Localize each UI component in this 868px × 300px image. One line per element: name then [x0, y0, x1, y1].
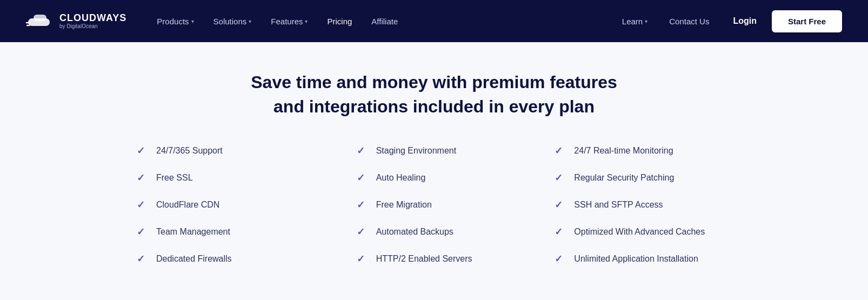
list-item: ✓ SSH and SFTP Access [555, 199, 731, 211]
list-item: ✓ Free SSL [137, 172, 313, 184]
logo-link[interactable]: CLOUDWAYS by DigitalOcean [26, 11, 126, 31]
brand-name: CLOUDWAYS [59, 13, 126, 24]
chevron-down-icon: ▾ [249, 18, 251, 24]
list-item: ✓ Team Management [137, 226, 313, 238]
list-item: ✓ Unlimited Application Installation [555, 253, 731, 265]
features-col-1: ✓ 24/7/365 Support ✓ Free SSL ✓ CloudFla… [137, 145, 335, 265]
checkmark-icon: ✓ [137, 199, 149, 211]
list-item: ✓ 24/7 Real-time Monitoring [555, 145, 731, 157]
list-item: ✓ Staging Environment [357, 145, 512, 157]
checkmark-icon: ✓ [555, 172, 566, 184]
list-item: ✓ 24/7/365 Support [137, 145, 313, 157]
headline-text: Save time and money with premium feature… [251, 70, 617, 119]
list-item: ✓ Auto Healing [357, 172, 512, 184]
start-free-button[interactable]: Start Free [772, 10, 842, 32]
list-item: ✓ Optimized With Advanced Caches [555, 226, 731, 238]
checkmark-icon: ✓ [357, 199, 369, 211]
checkmark-icon: ✓ [357, 253, 369, 265]
checkmark-icon: ✓ [137, 172, 149, 184]
list-item: ✓ Free Migration [357, 199, 512, 211]
nav-item-contact[interactable]: Contact Us [660, 12, 718, 30]
svg-rect-1 [34, 15, 46, 21]
list-item: ✓ HTTP/2 Enabled Servers [357, 253, 512, 265]
checkmark-icon: ✓ [555, 145, 566, 157]
logo-cloud-icon [26, 11, 54, 31]
nav-item-solutions[interactable]: Solutions ▾ [205, 12, 261, 30]
checkmark-icon: ✓ [555, 226, 566, 238]
list-item: ✓ CloudFlare CDN [137, 199, 313, 211]
navbar: CLOUDWAYS by DigitalOcean Products ▾ Sol… [0, 0, 868, 42]
chevron-down-icon: ▾ [191, 18, 194, 24]
chevron-down-icon: ▾ [645, 18, 647, 24]
checkmark-icon: ✓ [357, 172, 369, 184]
checkmark-icon: ✓ [137, 253, 149, 265]
list-item: ✓ Dedicated Firewalls [137, 253, 313, 265]
features-col-2: ✓ Staging Environment ✓ Auto Healing ✓ F… [335, 145, 533, 265]
checkmark-icon: ✓ [555, 253, 566, 265]
login-button[interactable]: Login [722, 12, 767, 30]
brand-sub: by DigitalOcean [59, 23, 126, 29]
headline: Save time and money with premium feature… [251, 70, 617, 119]
nav-item-learn[interactable]: Learn ▾ [613, 12, 656, 30]
logo-text: CLOUDWAYS by DigitalOcean [59, 13, 126, 30]
list-item: ✓ Automated Backups [357, 226, 512, 238]
checkmark-icon: ✓ [137, 226, 149, 238]
nav-item-products[interactable]: Products ▾ [148, 12, 202, 30]
chevron-down-icon: ▾ [305, 18, 308, 24]
features-col-3: ✓ 24/7 Real-time Monitoring ✓ Regular Se… [533, 145, 731, 265]
main-section: Save time and money with premium feature… [0, 42, 868, 300]
features-grid: ✓ 24/7/365 Support ✓ Free SSL ✓ CloudFla… [137, 145, 731, 265]
list-item: ✓ Regular Security Patching [555, 172, 731, 184]
checkmark-icon: ✓ [357, 145, 369, 157]
checkmark-icon: ✓ [137, 145, 149, 157]
nav-links-left: Products ▾ Solutions ▾ Features ▾ Pricin… [148, 12, 613, 30]
checkmark-icon: ✓ [555, 199, 566, 211]
nav-item-pricing[interactable]: Pricing [318, 12, 360, 30]
nav-item-affiliate[interactable]: Affiliate [363, 12, 406, 30]
nav-item-features[interactable]: Features ▾ [262, 12, 316, 30]
nav-links-right: Learn ▾ Contact Us Login Start Free [613, 10, 842, 32]
checkmark-icon: ✓ [357, 226, 369, 238]
